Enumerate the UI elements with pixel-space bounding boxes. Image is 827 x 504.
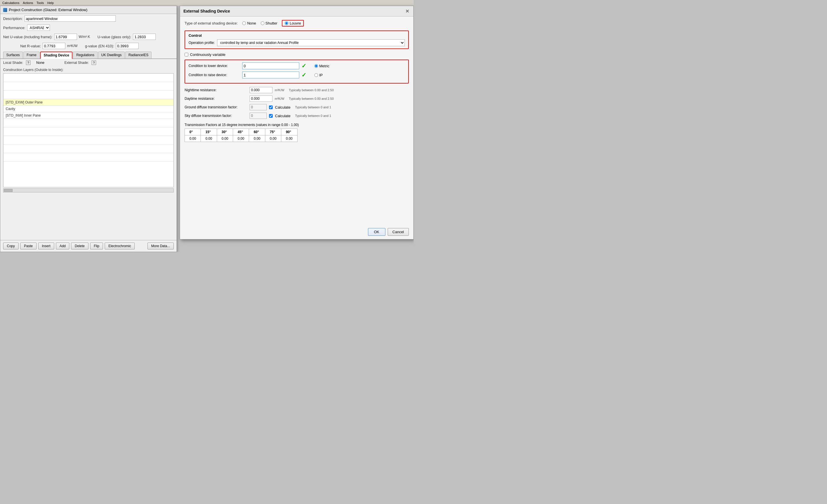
uvalue-glass-input[interactable]: [133, 34, 156, 40]
radio-ip[interactable]: IP: [314, 73, 323, 77]
radio-metric-label: Metric: [319, 64, 329, 68]
insert-button[interactable]: Insert: [38, 242, 54, 249]
menu-help[interactable]: Help: [47, 1, 54, 5]
description-input[interactable]: [25, 15, 116, 22]
trans-val-45[interactable]: 0.00: [233, 135, 249, 142]
local-shade-value: None: [36, 61, 45, 65]
shading-type-row: Type of external shading device: None Sh…: [185, 20, 409, 26]
transmission-factors-section: Transmission Factors at 15 degree increm…: [185, 123, 409, 142]
radio-metric-input[interactable]: [314, 64, 318, 68]
sky-diffuse-input[interactable]: [250, 113, 267, 119]
trans-header-45: 45°: [233, 129, 249, 135]
ground-diffuse-row: Ground diffuse transmission factor: Calc…: [185, 104, 409, 110]
ground-diffuse-hint: Typically between 0 and 1: [295, 106, 331, 109]
left-window-title-bar: Project Construction (Glazed: External W…: [0, 6, 177, 14]
cancel-button[interactable]: Cancel: [388, 228, 409, 236]
continuously-variable-checkbox[interactable]: [185, 53, 188, 56]
rvalue-unit: m²K/W: [67, 44, 78, 48]
more-data-button[interactable]: More Data...: [147, 242, 174, 249]
rvalue-label: Net R-value:: [20, 44, 41, 48]
radio-none-input[interactable]: [242, 21, 246, 25]
performance-select[interactable]: ASHRAE: [27, 24, 50, 31]
tab-radiance-ies[interactable]: RadianceIES: [125, 52, 151, 58]
shade-row: Local Shade: ? None External Shade: ?: [0, 59, 177, 66]
trans-val-15[interactable]: 0.00: [201, 135, 217, 142]
radio-none[interactable]: None: [242, 21, 256, 25]
scrollbar-thumb: [4, 189, 12, 192]
radio-shutter[interactable]: Shutter: [261, 21, 278, 25]
performance-row: Performance: ASHRAE: [0, 23, 177, 32]
condition-raise-input[interactable]: [242, 71, 299, 78]
sky-diffuse-hint: Typically between 0 and 1: [295, 114, 331, 117]
radio-louvre[interactable]: Louvre: [282, 20, 304, 26]
window-icon: [3, 8, 7, 12]
sky-diffuse-calculate-checkbox[interactable]: [269, 114, 273, 118]
add-button[interactable]: Add: [56, 242, 69, 249]
operation-profile-label: Operation profile:: [189, 41, 215, 45]
layer-row-inner-pane[interactable]: [STD_INW] Inner Pane: [3, 112, 174, 119]
trans-val-90[interactable]: 0.00: [281, 135, 297, 142]
ground-diffuse-input[interactable]: [250, 104, 267, 110]
left-window-title: Project Construction (Glazed: External W…: [9, 8, 87, 12]
trans-header-60: 60°: [249, 129, 265, 135]
layer-row: [3, 119, 174, 127]
trans-val-0[interactable]: 0.00: [185, 135, 201, 142]
menu-calculations[interactable]: Calculations: [2, 1, 19, 5]
external-shade-help-btn[interactable]: ?: [92, 60, 96, 65]
layer-row-outer-pane[interactable]: [STD_EXW] Outer Pane: [3, 99, 174, 106]
menu-actions[interactable]: Actions: [23, 1, 33, 5]
daytime-resistance-row: Daytime resistance: m²K/W Typically betw…: [185, 96, 409, 102]
operation-profile-select[interactable]: controlled by temp and solar radation An…: [217, 39, 405, 46]
nighttime-resistance-input[interactable]: [250, 87, 273, 93]
radio-ip-input[interactable]: [314, 73, 318, 77]
condition-lower-row: Condition to lower device: ✓ Metric: [189, 62, 405, 69]
scrollbar-horizontal[interactable]: [3, 188, 174, 192]
layer-row-cavity[interactable]: Cavity: [3, 106, 174, 112]
trans-val-60[interactable]: 0.00: [249, 135, 265, 142]
tab-frame[interactable]: Frame: [23, 52, 40, 58]
control-title: Control: [189, 33, 405, 38]
nighttime-resistance-unit: m²K/W: [275, 89, 284, 92]
radio-louvre-input[interactable]: [285, 21, 288, 25]
layer-row: [3, 153, 174, 162]
radio-shutter-input[interactable]: [261, 21, 264, 25]
tab-shading-device[interactable]: Shading Device: [40, 52, 72, 59]
electrochromic-button[interactable]: Electrochromic: [105, 242, 135, 249]
shading-type-label: Type of external shading device:: [185, 21, 238, 25]
condition-raise-check: ✓: [301, 71, 306, 78]
radio-metric[interactable]: Metric: [314, 64, 329, 68]
local-shade-help-btn[interactable]: ?: [26, 60, 31, 65]
uvalue-row: Net U-value (including frame): W/m²·K U-…: [0, 32, 177, 41]
rvalue-input[interactable]: [43, 43, 65, 49]
tab-uk-dwellings[interactable]: UK Dwellings: [98, 52, 125, 58]
trans-val-30[interactable]: 0.00: [217, 135, 233, 142]
trans-header-row: 0° 15° 30° 45° 60° 75° 90°: [185, 129, 297, 135]
delete-button[interactable]: Delete: [71, 242, 88, 249]
flip-button[interactable]: Flip: [90, 242, 103, 249]
radio-ip-label: IP: [319, 73, 323, 77]
tab-regulations[interactable]: Regulations: [73, 52, 97, 58]
condition-lower-input[interactable]: [242, 62, 299, 69]
ok-button[interactable]: OK: [368, 228, 385, 236]
ground-diffuse-label: Ground diffuse transmission factor:: [185, 105, 247, 109]
condition-lower-label: Condition to lower device:: [189, 64, 240, 68]
tab-surfaces[interactable]: Surfaces: [3, 52, 23, 58]
trans-values-row: 0.00 0.00 0.00 0.00 0.00 0.00 0.00: [185, 135, 297, 142]
uvalue-input[interactable]: [54, 34, 77, 40]
performance-label: Performance:: [3, 26, 26, 30]
ground-diffuse-calculate-checkbox[interactable]: [269, 106, 273, 109]
daytime-resistance-input[interactable]: [250, 96, 273, 102]
control-box: Control Operation profile: controlled by…: [185, 31, 409, 49]
paste-button[interactable]: Paste: [20, 242, 37, 249]
copy-button[interactable]: Copy: [3, 242, 18, 249]
menu-tools[interactable]: Tools: [37, 1, 44, 5]
layer-row: [3, 73, 174, 82]
condition-lower-check: ✓: [301, 62, 306, 69]
gvalue-input[interactable]: [116, 43, 139, 49]
description-label: Description:: [3, 16, 23, 21]
close-button[interactable]: ✕: [404, 8, 410, 14]
continuously-variable-row: Continuously variable: [185, 52, 409, 57]
condition-raise-label: Condition to raise device:: [189, 73, 240, 77]
daytime-resistance-hint: Typically between 0.00 and 2.50: [289, 97, 334, 100]
trans-val-75[interactable]: 0.00: [265, 135, 281, 142]
